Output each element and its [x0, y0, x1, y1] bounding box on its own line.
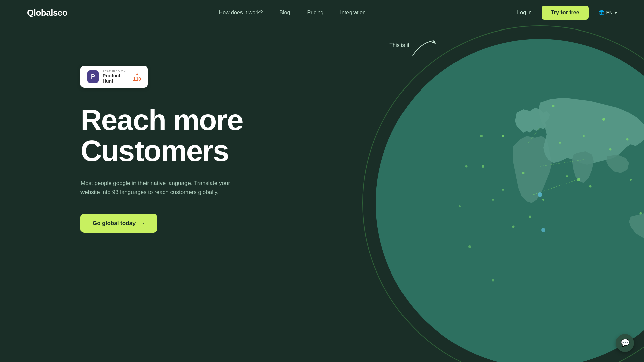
arrow-icon: →: [139, 220, 145, 227]
svg-point-0: [376, 39, 644, 362]
svg-point-37: [492, 279, 494, 282]
svg-point-10: [602, 118, 605, 121]
product-hunt-votes: ▲ 110: [133, 72, 141, 82]
svg-point-25: [492, 199, 494, 201]
annotation-text: This is it: [389, 42, 409, 48]
try-free-button[interactable]: Try for free: [542, 6, 589, 20]
svg-point-15: [583, 135, 585, 137]
nav-item-integration[interactable]: Integration: [340, 10, 366, 16]
svg-point-9: [552, 105, 555, 107]
svg-point-24: [482, 165, 484, 168]
svg-point-6: [541, 228, 545, 232]
hero-content: P FEATURED ON Product Hunt ▲ 110 Reach m…: [80, 46, 243, 233]
hero-description: Most people google in their native langu…: [80, 179, 235, 197]
hero-title: Reach more Customers: [80, 105, 243, 167]
svg-point-16: [609, 148, 612, 151]
nav-item-blog[interactable]: Blog: [279, 10, 290, 16]
go-global-button[interactable]: Go global today →: [80, 214, 157, 233]
brand-logo[interactable]: Qlobalseo: [27, 8, 67, 18]
nav-right: Log in Try for free 🌐 EN ▾: [517, 6, 617, 20]
svg-point-19: [640, 212, 642, 215]
annotation-arrow-svg: [411, 39, 438, 59]
svg-point-13: [559, 142, 561, 144]
globe-icon: 🌐: [599, 10, 604, 15]
svg-point-4: [538, 192, 542, 197]
svg-point-11: [626, 138, 629, 141]
nav-links: How does it work? Blog Pricing Integrati…: [219, 10, 366, 16]
language-selector[interactable]: 🌐 EN ▾: [599, 10, 617, 15]
chat-widget[interactable]: 💬: [616, 334, 634, 352]
nav-item-how-it-works[interactable]: How does it work?: [219, 10, 263, 16]
globe-circle: [376, 39, 644, 362]
svg-point-23: [502, 189, 504, 191]
svg-point-22: [529, 216, 531, 218]
svg-point-14: [522, 172, 525, 174]
nav-item-pricing[interactable]: Pricing: [307, 10, 323, 16]
login-link[interactable]: Log in: [517, 10, 532, 16]
upvote-arrow-icon: ▲: [135, 72, 139, 76]
svg-point-36: [468, 245, 471, 248]
svg-point-21: [542, 199, 544, 201]
svg-point-28: [589, 185, 592, 188]
svg-point-33: [480, 135, 483, 137]
annotation: This is it: [389, 42, 409, 48]
svg-point-34: [465, 165, 468, 168]
svg-point-26: [512, 226, 515, 228]
hero-section: This is it P FEATURED ON Product Hunt ▲ …: [0, 25, 644, 362]
svg-point-17: [630, 179, 632, 181]
svg-point-35: [459, 205, 461, 207]
product-hunt-text: FEATURED ON Product Hunt: [103, 70, 129, 84]
svg-point-8: [502, 135, 504, 137]
svg-point-5: [577, 178, 580, 181]
globe-map-svg: [376, 39, 644, 362]
navbar: Qlobalseo How does it work? Blog Pricing…: [0, 0, 644, 25]
product-hunt-icon: P: [87, 70, 99, 83]
chat-icon-symbol: 💬: [621, 339, 630, 347]
chevron-down-icon: ▾: [615, 10, 617, 15]
globe-container: [315, 25, 644, 362]
svg-point-27: [566, 175, 568, 177]
product-hunt-badge[interactable]: P FEATURED ON Product Hunt ▲ 110: [80, 66, 148, 88]
